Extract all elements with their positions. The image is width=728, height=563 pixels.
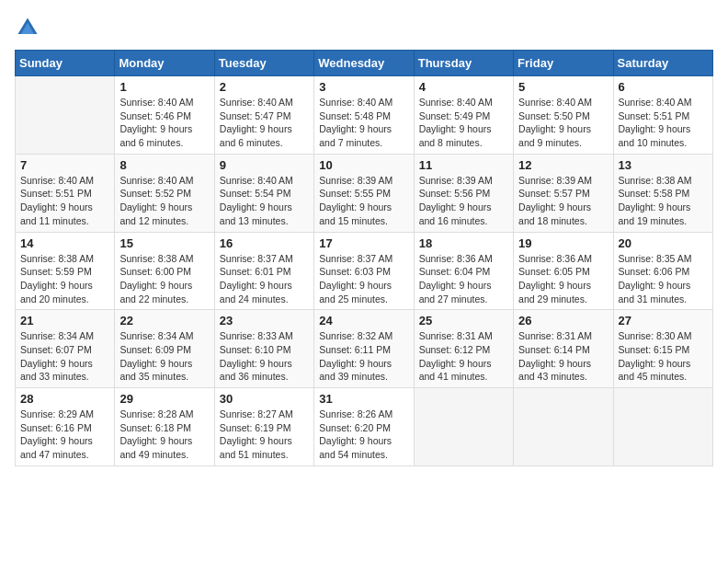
day-number: 14 xyxy=(20,236,109,250)
calendar-cell: 23 Sunrise: 8:33 AM Sunset: 6:10 PM Dayl… xyxy=(214,310,313,388)
daylight: Daylight: 9 hours and 54 minutes. xyxy=(319,434,408,461)
sunset: Sunset: 5:48 PM xyxy=(319,109,408,123)
sunrise: Sunrise: 8:40 AM xyxy=(20,174,109,188)
sunset: Sunset: 5:51 PM xyxy=(619,109,708,123)
calendar-cell: 6 Sunrise: 8:40 AM Sunset: 5:51 PM Dayli… xyxy=(613,76,712,155)
sunset: Sunset: 5:59 PM xyxy=(20,265,109,279)
calendar-cell: 15 Sunrise: 8:38 AM Sunset: 6:00 PM Dayl… xyxy=(115,232,214,310)
sunrise: Sunrise: 8:40 AM xyxy=(119,96,209,109)
sunset: Sunset: 6:07 PM xyxy=(20,343,109,357)
day-number: 20 xyxy=(619,236,708,250)
day-number: 3 xyxy=(319,80,408,94)
day-info: Sunrise: 8:28 AM Sunset: 6:18 PM Dayligh… xyxy=(119,408,209,462)
sunrise: Sunrise: 8:34 AM xyxy=(20,329,109,343)
daylight: Daylight: 9 hours and 49 minutes. xyxy=(119,434,209,461)
sunset: Sunset: 6:03 PM xyxy=(319,265,408,279)
sunset: Sunset: 6:10 PM xyxy=(220,343,309,357)
sunrise: Sunrise: 8:40 AM xyxy=(119,174,209,188)
sunrise: Sunrise: 8:40 AM xyxy=(518,96,608,109)
daylight: Daylight: 9 hours and 20 minutes. xyxy=(20,279,109,305)
calendar-cell: 9 Sunrise: 8:40 AM Sunset: 5:54 PM Dayli… xyxy=(214,154,313,232)
day-info: Sunrise: 8:40 AM Sunset: 5:52 PM Dayligh… xyxy=(119,174,209,228)
sunset: Sunset: 6:18 PM xyxy=(119,421,209,435)
sunset: Sunset: 5:46 PM xyxy=(119,109,209,123)
day-number: 13 xyxy=(619,158,708,172)
day-number: 28 xyxy=(20,392,109,406)
sunrise: Sunrise: 8:39 AM xyxy=(419,174,508,188)
calendar-cell: 10 Sunrise: 8:39 AM Sunset: 5:55 PM Dayl… xyxy=(314,154,414,232)
day-number: 27 xyxy=(619,314,708,327)
calendar-cell: 18 Sunrise: 8:36 AM Sunset: 6:04 PM Dayl… xyxy=(414,232,513,310)
day-number: 7 xyxy=(20,158,109,172)
calendar-cell: 25 Sunrise: 8:31 AM Sunset: 6:12 PM Dayl… xyxy=(414,310,513,388)
sunrise: Sunrise: 8:38 AM xyxy=(619,174,708,188)
calendar-table: SundayMondayTuesdayWednesdayThursdayFrid… xyxy=(15,50,713,466)
day-number: 15 xyxy=(119,236,209,250)
calendar-cell xyxy=(414,388,513,466)
calendar-cell: 7 Sunrise: 8:40 AM Sunset: 5:51 PM Dayli… xyxy=(16,154,115,232)
daylight: Daylight: 9 hours and 10 minutes. xyxy=(619,122,708,149)
calendar-cell: 8 Sunrise: 8:40 AM Sunset: 5:52 PM Dayli… xyxy=(115,154,214,232)
day-number: 6 xyxy=(619,80,708,94)
calendar-week-row: 14 Sunrise: 8:38 AM Sunset: 5:59 PM Dayl… xyxy=(16,232,713,310)
day-info: Sunrise: 8:29 AM Sunset: 6:16 PM Dayligh… xyxy=(20,408,109,462)
day-number: 17 xyxy=(319,236,408,250)
sunset: Sunset: 6:12 PM xyxy=(419,343,508,357)
sunrise: Sunrise: 8:38 AM xyxy=(119,252,209,266)
day-info: Sunrise: 8:32 AM Sunset: 6:11 PM Dayligh… xyxy=(319,329,408,384)
calendar-cell: 19 Sunrise: 8:36 AM Sunset: 6:05 PM Dayl… xyxy=(514,232,613,310)
day-number: 24 xyxy=(319,314,408,327)
calendar-cell: 16 Sunrise: 8:37 AM Sunset: 6:01 PM Dayl… xyxy=(214,232,313,310)
day-info: Sunrise: 8:40 AM Sunset: 5:51 PM Dayligh… xyxy=(619,96,708,150)
sunset: Sunset: 6:04 PM xyxy=(419,265,508,279)
sunset: Sunset: 5:49 PM xyxy=(419,109,508,123)
daylight: Daylight: 9 hours and 33 minutes. xyxy=(20,357,109,384)
day-info: Sunrise: 8:36 AM Sunset: 6:04 PM Dayligh… xyxy=(419,252,508,306)
sunrise: Sunrise: 8:40 AM xyxy=(619,96,708,109)
daylight: Daylight: 9 hours and 13 minutes. xyxy=(220,201,309,227)
daylight: Daylight: 9 hours and 51 minutes. xyxy=(220,434,309,461)
day-info: Sunrise: 8:30 AM Sunset: 6:15 PM Dayligh… xyxy=(619,329,708,384)
day-of-week-header: Wednesday xyxy=(314,51,414,76)
sunrise: Sunrise: 8:39 AM xyxy=(319,174,408,188)
daylight: Daylight: 9 hours and 6 minutes. xyxy=(220,122,309,149)
day-number: 18 xyxy=(419,236,508,250)
daylight: Daylight: 9 hours and 11 minutes. xyxy=(20,201,109,227)
day-info: Sunrise: 8:34 AM Sunset: 6:09 PM Dayligh… xyxy=(119,329,209,384)
calendar-cell xyxy=(16,76,115,155)
day-info: Sunrise: 8:39 AM Sunset: 5:56 PM Dayligh… xyxy=(419,174,508,228)
day-info: Sunrise: 8:39 AM Sunset: 5:57 PM Dayligh… xyxy=(518,174,608,228)
daylight: Daylight: 9 hours and 25 minutes. xyxy=(319,279,408,305)
day-number: 1 xyxy=(119,80,209,94)
day-of-week-header: Monday xyxy=(115,51,214,76)
calendar-cell: 28 Sunrise: 8:29 AM Sunset: 6:16 PM Dayl… xyxy=(16,388,115,466)
sunset: Sunset: 5:51 PM xyxy=(20,187,109,201)
sunrise: Sunrise: 8:32 AM xyxy=(319,329,408,343)
sunset: Sunset: 6:15 PM xyxy=(619,343,708,357)
sunrise: Sunrise: 8:36 AM xyxy=(419,252,508,266)
sunset: Sunset: 6:06 PM xyxy=(619,265,708,279)
day-info: Sunrise: 8:35 AM Sunset: 6:06 PM Dayligh… xyxy=(619,252,708,306)
day-info: Sunrise: 8:37 AM Sunset: 6:03 PM Dayligh… xyxy=(319,252,408,306)
daylight: Daylight: 9 hours and 31 minutes. xyxy=(619,279,708,305)
day-number: 10 xyxy=(319,158,408,172)
sunset: Sunset: 5:57 PM xyxy=(518,187,608,201)
day-info: Sunrise: 8:37 AM Sunset: 6:01 PM Dayligh… xyxy=(220,252,309,306)
day-info: Sunrise: 8:34 AM Sunset: 6:07 PM Dayligh… xyxy=(20,329,109,384)
calendar-cell: 17 Sunrise: 8:37 AM Sunset: 6:03 PM Dayl… xyxy=(314,232,414,310)
sunset: Sunset: 6:09 PM xyxy=(119,343,209,357)
day-number: 26 xyxy=(518,314,608,327)
day-number: 16 xyxy=(220,236,309,250)
sunrise: Sunrise: 8:29 AM xyxy=(20,408,109,421)
calendar-cell xyxy=(514,388,613,466)
day-number: 9 xyxy=(220,158,309,172)
daylight: Daylight: 9 hours and 19 minutes. xyxy=(619,201,708,227)
daylight: Daylight: 9 hours and 7 minutes. xyxy=(319,122,408,149)
sunrise: Sunrise: 8:35 AM xyxy=(619,252,708,266)
sunrise: Sunrise: 8:40 AM xyxy=(419,96,508,109)
calendar-cell: 20 Sunrise: 8:35 AM Sunset: 6:06 PM Dayl… xyxy=(613,232,712,310)
sunrise: Sunrise: 8:31 AM xyxy=(419,329,508,343)
day-info: Sunrise: 8:40 AM Sunset: 5:54 PM Dayligh… xyxy=(220,174,309,228)
calendar-week-row: 21 Sunrise: 8:34 AM Sunset: 6:07 PM Dayl… xyxy=(16,310,713,388)
day-number: 5 xyxy=(518,80,608,94)
